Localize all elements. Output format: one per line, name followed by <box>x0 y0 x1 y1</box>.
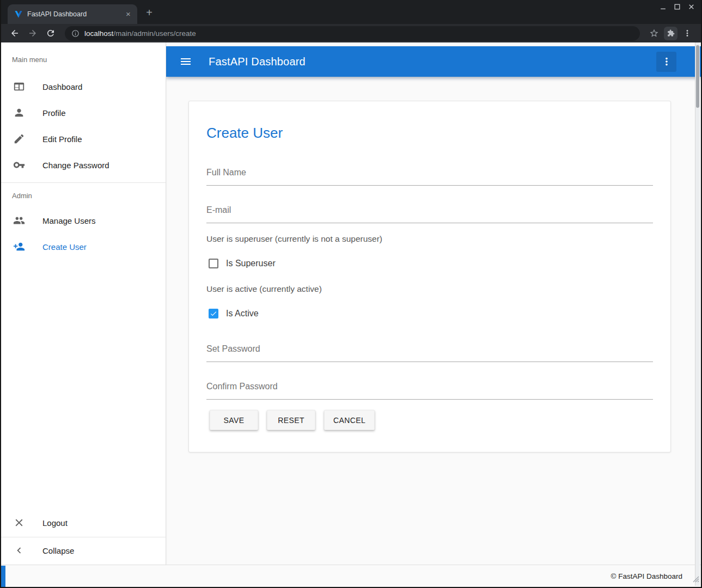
sidebar-item-label: Edit Profile <box>42 134 82 144</box>
tab-title: FastAPI Dashboard <box>27 10 119 18</box>
browser-toolbar: localhost/main/admin/users/create <box>1 24 701 42</box>
cancel-button[interactable]: CANCEL <box>324 410 375 430</box>
collapse-button[interactable]: Collapse <box>1 537 166 564</box>
main-area: FastAPI Dashboard Create User Full Name … <box>166 42 701 565</box>
tab-close-icon[interactable]: × <box>124 10 133 19</box>
sidebar-item-create-user[interactable]: Create User <box>1 234 166 260</box>
email-label: E-mail <box>206 204 653 216</box>
full-name-label: Full Name <box>206 167 653 179</box>
sidebar-section-admin: Admin <box>1 183 166 207</box>
url-host: localhost <box>84 29 113 38</box>
site-info-icon[interactable] <box>71 29 80 38</box>
extension-icon <box>667 29 675 37</box>
sidebar-item-label: Dashboard <box>42 82 82 91</box>
window-controls <box>658 3 695 11</box>
star-icon <box>649 28 659 38</box>
full-name-input[interactable]: Full Name <box>206 167 653 186</box>
maximize-button[interactable] <box>673 3 681 11</box>
back-button[interactable] <box>7 26 23 41</box>
minimize-button[interactable] <box>658 3 667 11</box>
create-user-card: Create User Full Name E-mail User is sup… <box>188 101 671 452</box>
people-icon <box>13 215 25 226</box>
pencil-icon <box>13 133 25 145</box>
confirm-password-input[interactable]: Confirm Password <box>206 381 653 400</box>
page-title: Create User <box>206 124 653 142</box>
person-icon <box>13 107 25 119</box>
confirm-password-label: Confirm Password <box>206 381 653 393</box>
input-underline <box>206 399 653 400</box>
active-checkbox[interactable] <box>209 309 218 318</box>
bookmark-star-button[interactable] <box>646 26 662 41</box>
content-area: Create User Full Name E-mail User is sup… <box>166 77 701 565</box>
browser-menu-button[interactable] <box>679 26 695 41</box>
reload-button[interactable] <box>42 26 59 41</box>
superuser-checkbox-row[interactable]: Is Superuser <box>206 258 653 269</box>
sidebar: Main menu Dashboard Profile Edit Profile… <box>1 42 166 565</box>
sidebar-bottom: Logout Collapse <box>1 510 166 565</box>
check-icon <box>210 310 217 317</box>
close-x-icon <box>13 517 25 529</box>
superuser-checkbox-label: Is Superuser <box>226 259 276 268</box>
input-underline <box>206 185 653 186</box>
sidebar-item-label: Create User <box>42 242 87 252</box>
set-password-label: Set Password <box>206 343 653 355</box>
dashboard-icon <box>13 81 25 93</box>
extensions-button[interactable] <box>664 27 677 40</box>
email-input[interactable]: E-mail <box>206 204 653 223</box>
active-checkbox-row[interactable]: Is Active <box>206 308 653 319</box>
chevron-left-icon <box>13 544 25 556</box>
footer-accent-strip <box>1 566 5 587</box>
superuser-checkbox[interactable] <box>209 259 218 268</box>
resize-grip-icon[interactable] <box>693 575 699 585</box>
sidebar-item-label: Manage Users <box>42 216 96 225</box>
logout-label: Logout <box>42 518 68 528</box>
save-button[interactable]: SAVE <box>210 410 258 430</box>
sidebar-section-main: Main menu <box>1 42 166 74</box>
kebab-icon <box>682 28 692 38</box>
form-buttons: SAVE RESET CANCEL <box>206 410 653 430</box>
top-gap <box>166 42 701 46</box>
sidebar-item-edit-profile[interactable]: Edit Profile <box>1 126 166 152</box>
appbar-menu-button[interactable] <box>656 52 676 72</box>
sidebar-item-label: Change Password <box>42 161 109 170</box>
logout-button[interactable]: Logout <box>1 510 166 536</box>
forward-button[interactable] <box>25 26 41 41</box>
active-checkbox-label: Is Active <box>226 309 259 318</box>
input-underline <box>206 223 653 223</box>
sidebar-item-dashboard[interactable]: Dashboard <box>1 74 166 100</box>
person-add-icon <box>13 241 25 253</box>
back-icon <box>10 28 20 38</box>
app-footer: © FastAPI Dashboard <box>1 565 701 587</box>
appbar-title: FastAPI Dashboard <box>209 56 306 68</box>
hamburger-icon <box>179 55 192 68</box>
browser-window: FastAPI Dashboard × + local <box>0 0 702 588</box>
sidebar-item-manage-users[interactable]: Manage Users <box>1 207 166 234</box>
hamburger-menu-button[interactable] <box>175 51 197 72</box>
url-bar[interactable]: localhost/main/admin/users/create <box>65 26 640 41</box>
kebab-icon <box>661 56 673 68</box>
active-note: User is active (currently active) <box>206 283 653 295</box>
superuser-note: User is superuser (currently is not a su… <box>206 233 653 245</box>
sidebar-item-profile[interactable]: Profile <box>1 100 166 126</box>
reset-button[interactable]: RESET <box>267 410 315 430</box>
key-icon <box>13 159 25 171</box>
scrollbar-thumb[interactable] <box>696 45 699 108</box>
set-password-input[interactable]: Set Password <box>206 343 653 362</box>
app-page: Main menu Dashboard Profile Edit Profile… <box>1 42 701 565</box>
close-button[interactable] <box>687 3 695 11</box>
vuetify-favicon <box>14 10 23 19</box>
sidebar-item-change-password[interactable]: Change Password <box>1 152 166 178</box>
collapse-label: Collapse <box>42 546 74 555</box>
browser-tab[interactable]: FastAPI Dashboard × <box>8 4 137 24</box>
sidebar-item-label: Profile <box>42 108 66 118</box>
reload-icon <box>46 28 56 38</box>
url-text: localhost/main/admin/users/create <box>84 29 196 38</box>
page-scrollbar[interactable] <box>695 42 700 586</box>
new-tab-button[interactable]: + <box>142 5 157 21</box>
app-bar: FastAPI Dashboard <box>166 46 701 77</box>
footer-copyright: © FastAPI Dashboard <box>611 572 682 580</box>
tab-strip: FastAPI Dashboard × + <box>1 0 701 24</box>
input-underline <box>206 362 653 362</box>
url-path: /main/admin/users/create <box>113 29 196 38</box>
forward-icon <box>28 28 38 38</box>
